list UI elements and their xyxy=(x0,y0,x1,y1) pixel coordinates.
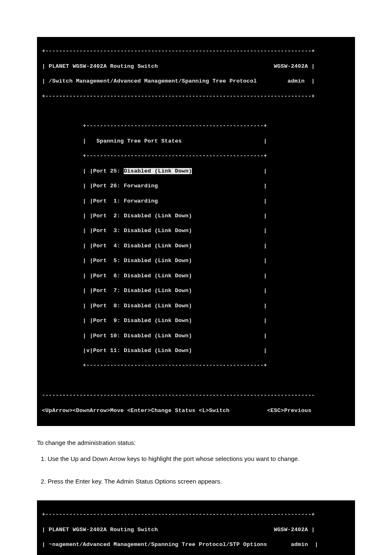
term1-box-mid: +---------------------------------------… xyxy=(42,152,350,160)
intro-paragraph: To change the administration status: xyxy=(37,438,355,447)
term1-rule2: +---------------------------------------… xyxy=(42,93,350,100)
term1-port6: | |Port 6: Disabled (Link Down) | xyxy=(42,272,350,280)
instruction-step-1: Use the Up and Down Arrow keys to highli… xyxy=(48,454,355,463)
term1-port8: | |Port 8: Disabled (Link Down) | xyxy=(42,302,350,310)
term1-box-top: +---------------------------------------… xyxy=(42,122,350,130)
term1-rule3: ----------------------------------------… xyxy=(42,392,350,399)
term1-port4: | |Port 4: Disabled (Link Down) | xyxy=(42,242,350,250)
term1-blank2 xyxy=(42,377,350,385)
term2-title: | PLANET WGSW-2402A Routing Switch WGSW-… xyxy=(42,526,350,534)
term1-port9: | |Port 9: Disabled (Link Down) | xyxy=(42,317,350,325)
term1-box-title: | Spanning Tree Port States | xyxy=(42,138,350,145)
term1-port25-suffix: | xyxy=(192,168,267,174)
term1-port25-prefix: | |Port 25: xyxy=(42,168,124,174)
term1-port3: | |Port 3: Disabled (Link Down) | xyxy=(42,227,350,235)
term1-port2: | |Port 2: Disabled (Link Down) | xyxy=(42,212,350,220)
term1-footer: <UpArrow><DownArrow>Move <Enter>Change S… xyxy=(42,407,350,415)
term1-port25: | |Port 25: Disabled (Link Down) | xyxy=(42,168,350,175)
term1-blank xyxy=(42,108,350,115)
term1-port7: | |Port 7: Disabled (Link Down) | xyxy=(42,287,350,295)
term1-rule-top: +---------------------------------------… xyxy=(42,48,350,55)
term2-breadcrumb: | ~nagement/Advanced Management/Spanning… xyxy=(42,541,350,548)
term1-port26: | |Port 26: Forwarding | xyxy=(42,182,350,190)
terminal-screenshot-2: +---------------------------------------… xyxy=(37,500,355,555)
terminal-screenshot-1: +---------------------------------------… xyxy=(37,37,355,426)
term1-title: | PLANET WGSW-2402A Routing Switch WGSW-… xyxy=(42,63,350,70)
instruction-list-1: Use the Up and Down Arrow keys to highli… xyxy=(37,454,355,486)
term1-port10: | |Port 10: Disabled (Link Down) | xyxy=(42,332,350,340)
term1-port25-highlight: Disabled (Link Down) xyxy=(124,168,192,174)
term1-breadcrumb: | /Switch Management/Advanced Management… xyxy=(42,78,350,85)
term2-rule-top: +---------------------------------------… xyxy=(42,511,350,518)
term1-port1: | |Port 1: Forwarding | xyxy=(42,198,350,205)
term1-box-bot: +---------------------------------------… xyxy=(42,362,350,369)
instruction-step-2: Press the Enter key. The Admin Status Op… xyxy=(48,477,355,486)
term1-port11: |v|Port 11: Disabled (Link Down) | xyxy=(42,347,350,355)
term1-port5: | |Port 5: Disabled (Link Down) | xyxy=(42,257,350,265)
